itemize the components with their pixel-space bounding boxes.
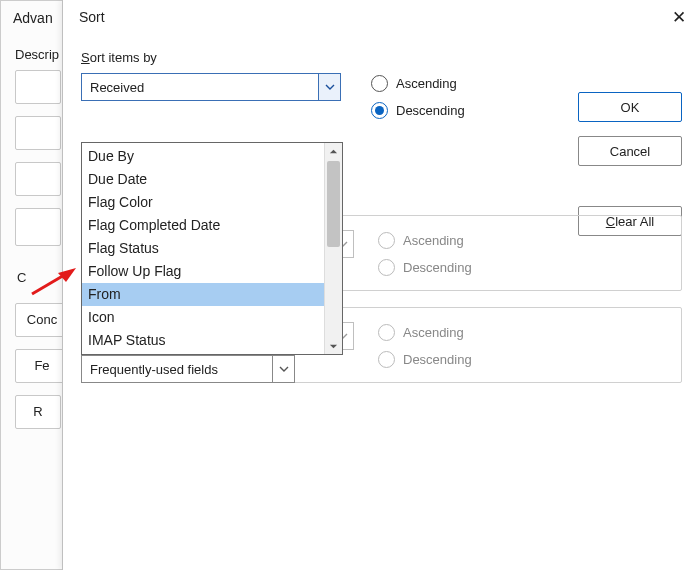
descending-label: Descending [403, 260, 472, 275]
scroll-down-icon[interactable] [325, 338, 342, 354]
scroll-thumb[interactable] [327, 161, 340, 247]
ascending-label: Ascending [403, 325, 464, 340]
cancel-button[interactable]: Cancel [578, 136, 682, 166]
reset-button[interactable]: R [15, 395, 61, 429]
dropdown-item[interactable]: IMAP Status [82, 329, 324, 352]
dropdown-item[interactable]: Flag Status [82, 237, 324, 260]
sort-field-1-combo[interactable]: Received [81, 73, 341, 101]
ascending-label: Ascending [403, 233, 464, 248]
under-button-1[interactable] [15, 70, 61, 104]
chevron-down-icon[interactable] [272, 356, 294, 382]
scroll-up-icon[interactable] [325, 143, 342, 159]
under-button-3[interactable] [15, 162, 61, 196]
sort-titlebar: Sort ✕ [63, 0, 700, 34]
advanced-title: Advan [13, 10, 53, 26]
dropdown-item[interactable]: Flag Completed Date [82, 214, 324, 237]
radio-icon [378, 232, 395, 249]
dropdown-item-from[interactable]: From [82, 283, 324, 306]
ok-button-label: OK [621, 100, 640, 115]
radio-icon [371, 75, 388, 92]
sort2-ascending-radio: Ascending [378, 232, 472, 249]
sort3-descending-radio: Descending [378, 351, 472, 368]
cancel-button-label: Cancel [610, 144, 650, 159]
sort1-ascending-radio[interactable]: Ascending [371, 75, 465, 92]
sort-field-1-dropdown[interactable]: Due By Due Date Flag Color Flag Complete… [81, 142, 343, 355]
radio-icon [378, 259, 395, 276]
dropdown-item[interactable]: Icon [82, 306, 324, 329]
available-fields-combo[interactable]: Frequently-used fields [81, 355, 295, 383]
sort-dialog: Sort ✕ OK Cancel Clear All Sort items by… [62, 0, 700, 570]
chevron-down-icon[interactable] [318, 74, 340, 100]
dropdown-item[interactable]: Due By [82, 145, 324, 168]
sort-title: Sort [79, 9, 105, 25]
under-button-4[interactable] [15, 208, 61, 246]
available-fields-value: Frequently-used fields [90, 362, 218, 377]
dropdown-item[interactable]: Follow Up Flag [82, 260, 324, 283]
descending-label: Descending [396, 103, 465, 118]
conditional-button[interactable]: Conc [15, 303, 69, 337]
ascending-label: Ascending [396, 76, 457, 91]
format-button[interactable]: Fe [15, 349, 69, 383]
radio-icon [371, 102, 388, 119]
dropdown-list: Due By Due Date Flag Color Flag Complete… [82, 143, 324, 354]
dropdown-item[interactable]: Due Date [82, 168, 324, 191]
sort1-descending-radio[interactable]: Descending [371, 102, 465, 119]
under-button-2[interactable] [15, 116, 61, 150]
descending-label: Descending [403, 352, 472, 367]
radio-icon [378, 351, 395, 368]
sort-field-1-value: Received [90, 80, 144, 95]
sort3-ascending-radio: Ascending [378, 324, 472, 341]
dropdown-item[interactable]: Flag Color [82, 191, 324, 214]
radio-icon [378, 324, 395, 341]
dropdown-scrollbar[interactable] [324, 143, 342, 354]
sort2-descending-radio: Descending [378, 259, 472, 276]
sort-items-by-label: Sort items by [81, 50, 682, 65]
close-icon[interactable]: ✕ [672, 7, 686, 28]
ok-button[interactable]: OK [578, 92, 682, 122]
